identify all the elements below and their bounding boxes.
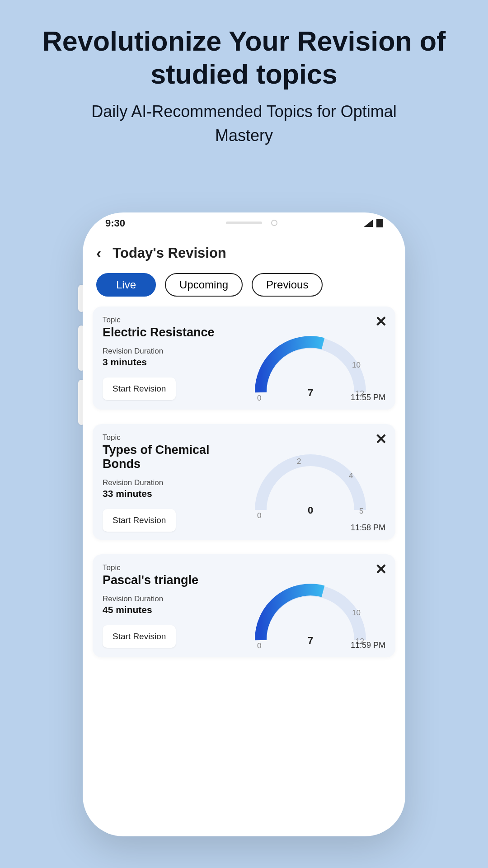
signal-icon xyxy=(364,220,373,227)
topic-name: Types of Chemical Bonds xyxy=(103,443,247,471)
duration-value: 33 minutes xyxy=(103,488,247,499)
tab-upcoming[interactable]: Upcoming xyxy=(165,273,243,297)
card-list: ✕ Topic Electric Resistance Revision Dur… xyxy=(83,307,405,657)
start-revision-button[interactable]: Start Revision xyxy=(103,625,176,648)
duration-label: Revision Duration xyxy=(103,594,247,604)
topic-label: Topic xyxy=(103,563,247,572)
duration-value: 3 minutes xyxy=(103,357,247,368)
gauge-tick: 0 xyxy=(257,511,261,520)
gauge-chart: 0 0 2 4 5 xyxy=(247,447,374,519)
start-revision-button[interactable]: Start Revision xyxy=(103,509,176,532)
gauge-value: 0 xyxy=(308,505,313,516)
page-title: Today's Revision xyxy=(113,245,226,261)
tabs: Live Upcoming Previous xyxy=(83,273,405,307)
topic-label: Topic xyxy=(103,316,247,325)
topic-name: Pascal's triangle xyxy=(103,573,247,587)
status-time: 9:30 xyxy=(105,217,125,229)
promo-subtitle: Daily AI-Recommended Topics for Optimal … xyxy=(0,95,488,165)
gauge-tick: 2 xyxy=(297,457,301,466)
gauge-chart: 7 0 10 12 xyxy=(247,577,374,649)
duration-label: Revision Duration xyxy=(103,347,247,356)
phone-camera-icon xyxy=(271,220,277,226)
gauge-tick: 5 xyxy=(359,507,363,515)
topic-label: Topic xyxy=(103,433,247,442)
phone-frame: 9:30 ‹ Today's Revision Live Upcoming Pr… xyxy=(83,212,405,836)
topic-name: Electric Resistance xyxy=(103,326,247,340)
gauge-chart: 7 0 10 12 xyxy=(247,329,374,401)
duration-label: Revision Duration xyxy=(103,478,247,487)
app-header: ‹ Today's Revision xyxy=(83,231,405,273)
tab-previous[interactable]: Previous xyxy=(252,273,323,297)
gauge-tick: 4 xyxy=(349,472,353,480)
gauge-value: 7 xyxy=(308,635,313,646)
gauge-value: 7 xyxy=(308,387,313,398)
gauge-tick: 0 xyxy=(257,394,261,402)
card-time: 11:58 PM xyxy=(351,523,385,533)
promo-title: Revolutionize Your Revision of studied t… xyxy=(0,0,488,95)
back-icon[interactable]: ‹ xyxy=(96,244,101,262)
phone-speaker-icon xyxy=(226,222,262,224)
tab-live[interactable]: Live xyxy=(96,273,156,297)
gauge-tick: 0 xyxy=(257,642,261,650)
battery-icon xyxy=(376,219,383,227)
start-revision-button[interactable]: Start Revision xyxy=(103,377,176,400)
revision-card: ✕ Topic Pascal's triangle Revision Durat… xyxy=(93,554,395,657)
gauge-tick: 10 xyxy=(352,361,361,369)
gauge-tick: 10 xyxy=(352,609,361,617)
card-time: 11:59 PM xyxy=(351,641,385,650)
revision-card: ✕ Topic Types of Chemical Bonds Revision… xyxy=(93,424,395,540)
card-time: 11:55 PM xyxy=(351,393,385,402)
duration-value: 45 minutes xyxy=(103,604,247,615)
revision-card: ✕ Topic Electric Resistance Revision Dur… xyxy=(93,307,395,410)
